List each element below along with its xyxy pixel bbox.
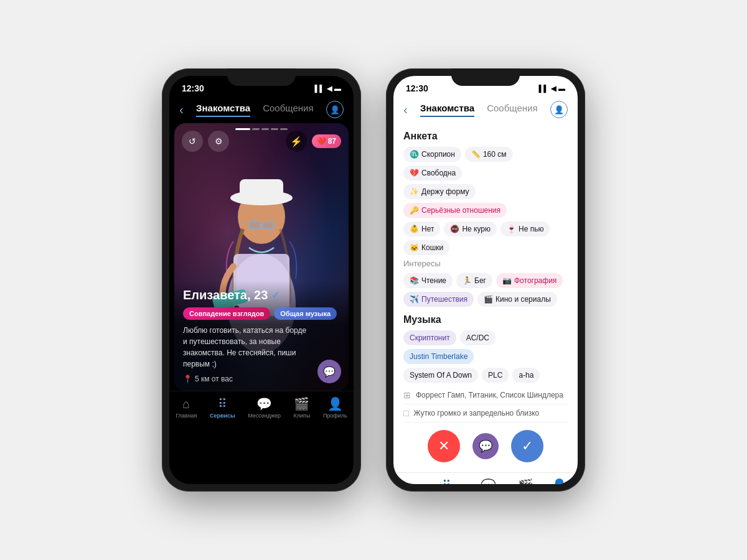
music-row-2: System Of A Down PLC a-ha <box>403 368 568 383</box>
heart-badge[interactable]: ❤️ 87 <box>312 134 341 148</box>
progress-dots <box>235 128 288 130</box>
section-anketa-title: Анкета <box>403 131 568 142</box>
wifi-icon: ◀ <box>327 85 332 93</box>
services-icon-r: ⠿ <box>442 478 451 484</box>
messenger-label: Мессенджер <box>248 413 281 419</box>
pill-kids: 👶 Нет <box>403 222 440 236</box>
back-button-right[interactable]: ‹ <box>403 103 408 117</box>
interests-row-2: ✈️ Путешествия 🎬 Кино и сериалы <box>403 292 568 307</box>
reject-button[interactable]: ✕ <box>428 430 460 462</box>
anketa-row-1: ♏ Скорпион 📏 160 см 💔 Свободна <box>403 147 568 180</box>
section-interests-title: Интересы <box>403 259 568 268</box>
card-name: Елизавета, 23 ✓ <box>183 288 340 302</box>
svg-rect-3 <box>240 179 283 201</box>
dot-1 <box>235 128 250 130</box>
section-music-title: Музыка <box>403 314 568 325</box>
services-label: Сервисы <box>210 413 235 419</box>
pill-running: 🏃 Бег <box>456 273 492 288</box>
home-icon-r: ⌂ <box>406 478 414 485</box>
pill-nosmoking: 🚭 Не курю <box>444 222 497 236</box>
nav-avatar-right[interactable]: 👤 <box>550 101 568 118</box>
card-controls: ↺ ⚙ ⚡ ❤️ 87 <box>182 131 341 152</box>
time-left: 12:30 <box>182 83 204 93</box>
messenger-icon-r: 💬 <box>481 478 496 484</box>
tab-znakoms-right[interactable]: Знакомства <box>420 103 474 117</box>
accept-button[interactable]: ✓ <box>511 430 543 462</box>
nav-header-right: ‹ Знакомства Сообщения 👤 <box>393 98 578 123</box>
status-icons-right: ▌▌ ◀ ▬ <box>538 85 565 93</box>
pill-photo: 📷 Фотография <box>496 273 563 288</box>
nav-tabs-left: Знакомства Сообщения <box>184 103 326 117</box>
dot-2 <box>252 128 260 130</box>
clips-icon-r: 🎬 <box>518 478 533 484</box>
location-text: 5 км от вас <box>195 375 233 383</box>
accept-icon: ✓ <box>522 438 533 454</box>
action-buttons: ✕ 💬 ✓ <box>403 422 568 466</box>
nav-avatar-left[interactable]: 👤 <box>326 101 344 118</box>
chat-button[interactable]: 💬 <box>472 433 499 459</box>
profile-scroll[interactable]: Анкета ♏ Скорпион 📏 160 см 💔 Свободна ✨ … <box>393 123 578 472</box>
movie-text-2: Жутко громко и запредельно близко <box>413 409 539 418</box>
svg-rect-5 <box>263 222 274 229</box>
tab-messages-left[interactable]: Сообщения <box>263 103 313 117</box>
home-icon: ⌂ <box>182 397 190 411</box>
heart-icon: ❤️ <box>317 137 326 146</box>
clips-label: Клипы <box>294 413 311 419</box>
movie-icon-1: ⊞ <box>403 390 411 400</box>
movie-item-2: □ Жутко громко и запредельно близко <box>403 404 568 422</box>
pill-reading: 📚 Чтение <box>403 273 453 288</box>
refresh-button[interactable]: ↺ <box>182 131 203 152</box>
bottom-nav-right: ⌂ Главная ⠿ Сервисы 💬 Мессенджер 🎬 Клипы… <box>393 472 578 484</box>
bottom-nav-left: ⌂ Главная ⠿ Сервисы 💬 Мессенджер 🎬 Клипы… <box>169 391 354 425</box>
tab-znakoms-left[interactable]: Знакомства <box>196 103 250 117</box>
tab-messages-right[interactable]: Сообщения <box>487 103 537 117</box>
clips-icon: 🎬 <box>294 396 309 411</box>
verified-icon: ✓ <box>271 289 280 301</box>
lightning-button[interactable]: ⚡ <box>286 131 307 152</box>
profile-icon-r: 👤 <box>552 478 567 484</box>
nav-messenger-left[interactable]: 💬 Мессенджер <box>248 396 281 419</box>
nav-home-left[interactable]: ⌂ Главная <box>176 397 197 419</box>
pill-cinema: 🎬 Кино и сериалы <box>477 292 557 307</box>
anketa-row-3: 👶 Нет 🚭 Не курю 🍷 Не пью <box>403 222 568 236</box>
pill-travel: ✈️ Путешествия <box>403 292 474 307</box>
heart-count: 87 <box>328 137 336 146</box>
nav-messenger-right[interactable]: 💬 Мессенджер <box>472 478 505 484</box>
nav-services-left[interactable]: ⠿ Сервисы <box>210 396 235 419</box>
card-location: 📍 5 км от вас <box>183 375 340 383</box>
dot-4 <box>271 128 278 130</box>
lightning-icon: ⚡ <box>290 136 303 147</box>
reject-icon: ✕ <box>438 438 449 454</box>
nav-profile-right[interactable]: 👤 Профиль <box>547 478 571 484</box>
dot-5 <box>280 128 288 130</box>
pill-skriptonit: Скриптонит <box>403 330 456 345</box>
filter-button[interactable]: ⚙ <box>208 131 229 152</box>
chat-float-button[interactable]: 💬 <box>317 360 341 383</box>
pill-justin: Justin Timberlake <box>403 349 474 364</box>
services-icon: ⠿ <box>218 396 227 411</box>
nav-services-right[interactable]: ⠿ Сервисы <box>434 478 459 484</box>
pill-aha: a-ha <box>512 368 540 383</box>
right-screen: 12:30 ▌▌ ◀ ▬ ‹ Знакомства Сообщения 👤 <box>393 76 578 484</box>
notch-right <box>451 68 520 86</box>
anketa-row-4: 🐱 Кошки <box>403 240 568 255</box>
dot-3 <box>261 128 269 130</box>
person-name: Елизавета, 23 <box>183 288 268 302</box>
nav-clips-left[interactable]: 🎬 Клипы <box>294 396 311 419</box>
nav-profile-left[interactable]: 👤 Профиль <box>323 396 347 419</box>
wifi-icon-r: ◀ <box>551 85 556 93</box>
profile-icon: 👤 <box>327 396 343 411</box>
nav-tabs-right: Знакомства Сообщения <box>408 103 550 117</box>
movie-icon-2: □ <box>403 408 408 418</box>
battery-icon-r: ▬ <box>558 85 565 92</box>
pill-soad: System Of A Down <box>403 368 478 383</box>
back-button-left[interactable]: ‹ <box>179 103 184 117</box>
anketa-row-2: ✨ Держу форму 🔑 Серьёзные отношения <box>403 184 568 218</box>
location-icon: 📍 <box>183 375 192 383</box>
card-bio: Люблю готовить, кататься на борде и путе… <box>183 325 340 370</box>
nav-clips-right[interactable]: 🎬 Клипы <box>518 478 535 484</box>
pill-serious: 🔑 Серьёзные отношения <box>403 203 507 218</box>
photo-card: ↺ ⚙ ⚡ ❤️ 87 <box>174 123 349 391</box>
nav-home-right[interactable]: ⌂ Главная <box>400 478 421 485</box>
left-phone: 12:30 ▌▌ ◀ ▬ ‹ Знакомства Сообщения 👤 <box>162 68 361 492</box>
